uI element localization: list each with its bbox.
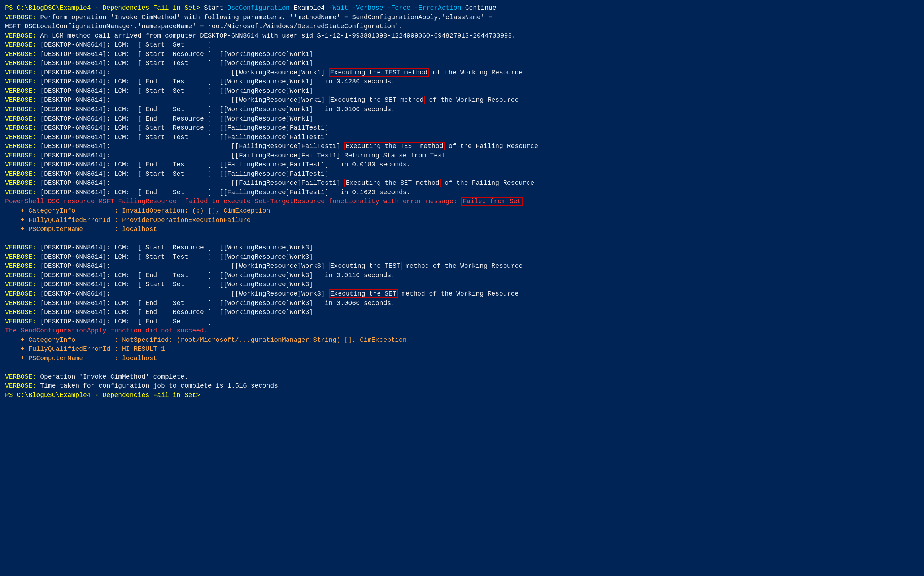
terminal-line: VERBOSE: An LCM method call arrived from… [5, 31, 919, 41]
terminal-line [5, 363, 919, 373]
terminal-line: VERBOSE: Perform operation 'Invoke CimMe… [5, 13, 919, 22]
terminal-line: VERBOSE: [DESKTOP-6NN8614]: LCM: [ End R… [5, 114, 919, 124]
terminal-line: VERBOSE: [DESKTOP-6NN8614]: LCM: [ Start… [5, 280, 919, 290]
terminal-line: VERBOSE: [DESKTOP-6NN8614]: LCM: [ End R… [5, 308, 919, 317]
terminal-line: VERBOSE: [DESKTOP-6NN8614]: LCM: [ End T… [5, 77, 919, 86]
terminal-line: + CategoryInfo : NotSpecified: (root/Mic… [5, 336, 919, 345]
terminal-line [5, 234, 919, 243]
terminal-line: VERBOSE: [DESKTOP-6NN8614]: [[WorkingRes… [5, 290, 919, 299]
terminal-line: VERBOSE: [DESKTOP-6NN8614]: LCM: [ End S… [5, 105, 919, 114]
terminal-line: VERBOSE: [DESKTOP-6NN8614]: LCM: [ Start… [5, 59, 919, 68]
terminal-line: VERBOSE: [DESKTOP-6NN8614]: LCM: [ Start… [5, 243, 919, 253]
terminal-line: VERBOSE: [DESKTOP-6NN8614]: [[FailingRes… [5, 179, 919, 188]
terminal-line: + FullyQualifiedErrorId : MI RESULT 1 [5, 345, 919, 354]
terminal-line: PS C:\BlogDSC\Example4 - Dependencies Fa… [5, 3, 919, 13]
terminal-line: + PSComputerName : localhost [5, 225, 919, 234]
terminal-line: VERBOSE: [DESKTOP-6NN8614]: LCM: [ Start… [5, 253, 919, 262]
terminal-line: VERBOSE: Operation 'Invoke CimMethod' co… [5, 373, 919, 382]
terminal-line: + PSComputerName : localhost [5, 354, 919, 363]
terminal-line: VERBOSE: [DESKTOP-6NN8614]: [[WorkingRes… [5, 68, 919, 78]
terminal-line: VERBOSE: [DESKTOP-6NN8614]: LCM: [ Start… [5, 123, 919, 133]
terminal-line: VERBOSE: [DESKTOP-6NN8614]: LCM: [ End T… [5, 271, 919, 280]
terminal-line: VERBOSE: Time taken for configuration jo… [5, 381, 919, 391]
terminal-line: VERBOSE: [DESKTOP-6NN8614]: LCM: [ Start… [5, 86, 919, 96]
terminal-line: VERBOSE: [DESKTOP-6NN8614]: LCM: [ Start… [5, 133, 919, 142]
terminal-line: VERBOSE: [DESKTOP-6NN8614]: LCM: [ End T… [5, 160, 919, 170]
terminal-line: VERBOSE: [DESKTOP-6NN8614]: [[FailingRes… [5, 142, 919, 151]
terminal-line: VERBOSE: [DESKTOP-6NN8614]: LCM: [ End S… [5, 188, 919, 197]
terminal-line: VERBOSE: [DESKTOP-6NN8614]: LCM: [ Start… [5, 50, 919, 59]
terminal-line: MSFT_DSCLocalConfigurationManager,'names… [5, 22, 919, 31]
terminal-line: VERBOSE: [DESKTOP-6NN8614]: LCM: [ Start… [5, 40, 919, 50]
terminal-line: + FullyQualifiedErrorId : ProviderOperat… [5, 216, 919, 225]
terminal-window: PS C:\BlogDSC\Example4 - Dependencies Fa… [5, 3, 919, 400]
terminal-line: VERBOSE: [DESKTOP-6NN8614]: [[WorkingRes… [5, 262, 919, 271]
terminal-line: VERBOSE: [DESKTOP-6NN8614]: LCM: [ End S… [5, 317, 919, 326]
terminal-line: VERBOSE: [DESKTOP-6NN8614]: LCM: [ Start… [5, 170, 919, 179]
terminal-line: PS C:\BlogDSC\Example4 - Dependencies Fa… [5, 391, 919, 400]
terminal-line: PowerShell DSC resource MSFT_FailingReso… [5, 197, 919, 206]
terminal-line: VERBOSE: [DESKTOP-6NN8614]: [[FailingRes… [5, 151, 919, 161]
terminal-line: + CategoryInfo : InvalidOperation: (:) [… [5, 206, 919, 216]
terminal-line: VERBOSE: [DESKTOP-6NN8614]: [[WorkingRes… [5, 96, 919, 105]
terminal-line: The SendConfigurationApply function did … [5, 326, 919, 336]
terminal-line: VERBOSE: [DESKTOP-6NN8614]: LCM: [ End S… [5, 299, 919, 308]
